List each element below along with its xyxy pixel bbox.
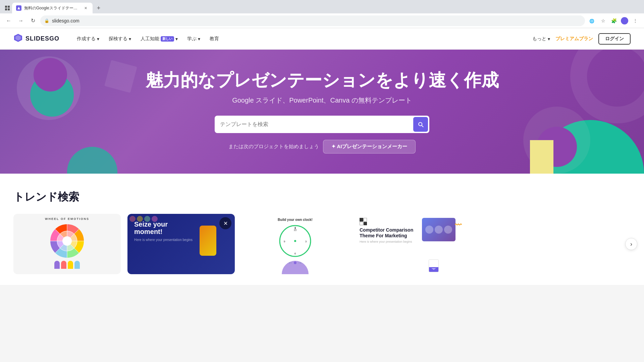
svg-point-20 <box>294 240 296 242</box>
checker-icon <box>360 218 367 225</box>
logo-icon <box>13 33 23 45</box>
bookmark-button[interactable]: ☆ <box>598 16 608 25</box>
hero-subtitle: Google スライド、PowerPoint、Canva の無料テンプレート <box>232 96 412 105</box>
card-comp-image-area: 〰 <box>422 218 459 270</box>
site-logo[interactable]: SLIDESGO <box>13 33 59 45</box>
nav-item-create[interactable]: 作成する ▾ <box>73 34 103 44</box>
card-build-clock[interactable]: Build your own clock! 12 3 6 9 <box>241 214 349 274</box>
search-button[interactable] <box>413 117 428 132</box>
ai-presentation-button[interactable]: ✦ AIプレゼンテーションメーカー <box>323 140 416 154</box>
logo-text: SLIDESGO <box>25 35 59 42</box>
char-purple <box>54 261 60 269</box>
browser-tab-bar: 無料のGoogleスライドテーマとP... ✕ + <box>0 0 644 13</box>
deco-right-circle <box>523 107 590 174</box>
deco-ring <box>570 50 644 123</box>
deco-purple-circle <box>34 58 67 92</box>
deco-teal-circle <box>30 73 74 117</box>
nav-item-education[interactable]: 教育 <box>206 34 223 44</box>
toolbar-actions: 🌐 ☆ 🧩 ⋮ <box>588 16 640 25</box>
deco-circle-1 <box>17 56 80 120</box>
hero-title: 魅力的なプレゼンテーションをより速く作成 <box>146 70 499 90</box>
carousel-next-button[interactable]: › <box>625 238 637 250</box>
svg-text:12: 12 <box>294 229 297 232</box>
card-competitor-comparison[interactable]: Competitor Comparison Theme For Marketin… <box>356 214 463 274</box>
card-clock-title: Build your own clock! <box>246 218 345 222</box>
page-content: SLIDESGO 作成する ▾ 探検する ▾ 人工知能 新しい ▾ 学ぶ ▾ 教… <box>0 28 644 285</box>
chevron-down-icon-5: ▾ <box>548 36 550 42</box>
wheel-container <box>17 223 117 259</box>
nav-item-learn[interactable]: 学ぶ ▾ <box>183 34 204 44</box>
svg-rect-1 <box>8 6 10 8</box>
nav-item-explore[interactable]: 探検する ▾ <box>105 34 135 44</box>
deco-right-teal <box>537 120 644 174</box>
deco-yellow-rect <box>530 140 553 174</box>
tab-close-button[interactable]: ✕ <box>83 5 89 11</box>
card-moment-subtitle: Here is where your presentation begins <box>134 238 228 242</box>
char-red <box>61 261 66 269</box>
tab-favicon <box>16 5 21 11</box>
nav-right: もっと ▾ プレミアムプラン ログイン <box>532 33 631 45</box>
nav-items: 作成する ▾ 探検する ▾ 人工知能 新しい ▾ 学ぶ ▾ 教育 <box>73 34 532 44</box>
nav-item-explore-label: 探検する <box>109 36 127 42</box>
premium-plan-link[interactable]: プレミアムプラン <box>555 36 593 42</box>
search-icon <box>417 121 424 128</box>
card-wheel-header: WHEEL OF EMOTIONS <box>17 217 117 221</box>
translate-button[interactable]: 🌐 <box>588 16 597 25</box>
deco-rect <box>104 60 137 93</box>
address-text: slidesgo.com <box>52 18 581 23</box>
trending-section: トレンド検索 WHEEL OF EMOTIONS <box>0 174 644 285</box>
svg-rect-2 <box>5 8 7 10</box>
nav-item-education-label: 教育 <box>210 36 219 42</box>
svg-rect-3 <box>8 8 10 10</box>
svg-text:6: 6 <box>294 252 296 255</box>
next-arrow-icon: › <box>630 241 632 248</box>
cards-row: WHEEL OF EMOTIONS <box>13 214 631 274</box>
login-button[interactable]: ログイン <box>598 33 631 45</box>
reload-button[interactable]: ↻ <box>28 16 38 25</box>
clock-svg: 12 3 6 9 <box>278 224 312 258</box>
wheel-svg <box>49 223 86 259</box>
nav-more-button[interactable]: もっと ▾ <box>532 36 550 42</box>
menu-button[interactable]: ⋮ <box>631 16 640 25</box>
nav-item-learn-label: 学ぶ <box>187 36 197 42</box>
char-blue <box>74 261 80 269</box>
active-tab[interactable]: 無料のGoogleスライドテーマとP... ✕ <box>12 3 93 13</box>
card-seize-moment[interactable]: Seize your moment! Here is where your pr… <box>127 214 235 274</box>
comp-photo <box>422 218 455 241</box>
browser-toolbar: ← → ↻ 🔒 slidesgo.com 🌐 ☆ 🧩 ⋮ <box>0 13 644 28</box>
address-bar[interactable]: 🔒 slidesgo.com <box>40 15 585 26</box>
chevron-down-icon-2: ▾ <box>129 36 131 42</box>
forward-button[interactable]: → <box>16 16 25 25</box>
hero-or-text: または次のプロジェクトを始めましょう <box>228 143 319 150</box>
deco-teal-semicircle <box>67 147 117 174</box>
nav-item-ai[interactable]: 人工知能 新しい ▾ <box>137 34 182 44</box>
back-button[interactable]: ← <box>4 16 13 25</box>
profile-button[interactable] <box>620 16 629 25</box>
tab-list-button[interactable] <box>3 3 12 13</box>
extensions-button[interactable]: 🧩 <box>609 16 619 25</box>
deco-right-purple <box>537 127 577 167</box>
char-yellow <box>68 261 73 269</box>
svg-text:🌐: 🌐 <box>589 18 594 23</box>
hero-ai-row: または次のプロジェクトを始めましょう ✦ AIプレゼンテーションメーカー <box>228 140 416 154</box>
clock-container: 12 3 6 9 <box>246 224 345 258</box>
hero-section: 魅力的なプレゼンテーションをより速く作成 Google スライド、PowerPo… <box>0 50 644 174</box>
chevron-down-icon: ▾ <box>97 36 99 42</box>
new-tab-button[interactable]: + <box>94 3 103 13</box>
chevron-down-icon-3: ▾ <box>175 36 178 42</box>
hero-decorations <box>0 50 644 174</box>
comp-header-row <box>360 218 419 225</box>
svg-text:9: 9 <box>284 240 285 243</box>
trending-title: トレンド検索 <box>13 190 631 204</box>
site-nav: SLIDESGO 作成する ▾ 探検する ▾ 人工知能 新しい ▾ 学ぶ ▾ 教… <box>0 28 644 50</box>
card-comp-title: Competitor Comparison Theme For Marketin… <box>360 227 419 239</box>
card-wheel-emotions[interactable]: WHEEL OF EMOTIONS <box>13 214 121 274</box>
browser-chrome: 無料のGoogleスライドテーマとP... ✕ + ← → ↻ 🔒 slides… <box>0 0 644 28</box>
nav-item-ai-label: 人工知能 <box>141 36 159 42</box>
search-bar <box>215 116 429 133</box>
search-input[interactable] <box>220 121 413 127</box>
svg-rect-0 <box>5 6 7 8</box>
svg-marker-4 <box>17 7 20 9</box>
wavy-deco: 〰 <box>455 221 462 229</box>
card-comp-text-area: Competitor Comparison Theme For Marketin… <box>360 218 419 270</box>
